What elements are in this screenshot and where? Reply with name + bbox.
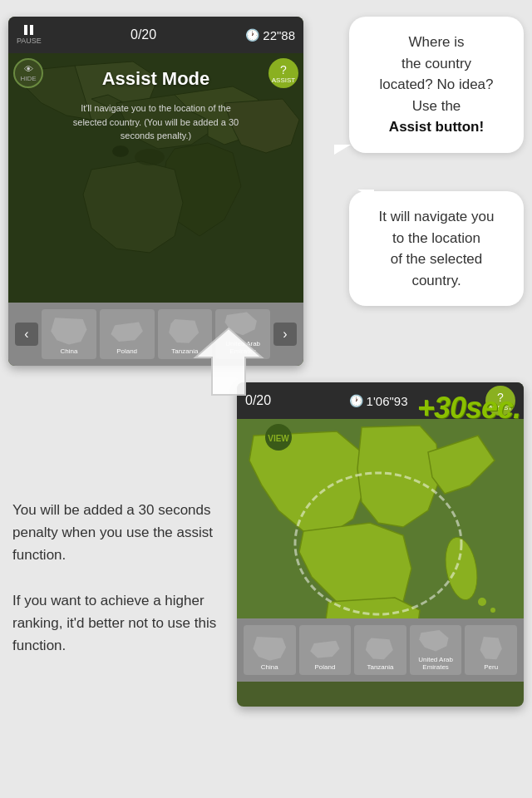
bubble1-line1: Where is (408, 34, 464, 50)
timer-value: 22"88 (263, 28, 295, 42)
bottom-map-area: VIEW (237, 419, 524, 618)
pause-button[interactable]: PAUSE (17, 25, 42, 45)
list-item[interactable]: United Arab Emirates (410, 625, 462, 675)
pause-label: PAUSE (17, 37, 42, 45)
list-item[interactable]: China (244, 625, 296, 675)
assist-mode-desc: It'll navigate you to the location of th… (65, 101, 248, 143)
description-paragraph-1: You will be added a 30 seconds penalty w… (12, 499, 233, 567)
country-name: Tanzania (367, 663, 393, 672)
top-map-area: 👁 HIDE ? ASSIST Assist Mode It'll naviga… (8, 53, 303, 303)
arrow-pointer (191, 324, 266, 399)
list-item[interactable]: Poland (100, 309, 155, 359)
pause-icon (24, 25, 33, 35)
description-paragraph-2: If you want to achieve a higher ranking,… (12, 589, 233, 658)
left-description: You will be added a 30 seconds penalty w… (12, 499, 233, 657)
assist-button[interactable]: ? ASSIST (268, 58, 298, 88)
next-arrow[interactable]: › (273, 323, 297, 346)
speech-bubble-1: Where is the country located? No idea? U… (349, 17, 524, 153)
top-timer: 🕐 22"88 (245, 28, 295, 42)
bubble1-strong: Assist button! (389, 119, 484, 135)
eye-icon: 👁 (24, 64, 33, 74)
country-name: China (60, 347, 77, 356)
bubble1-line2: the country (401, 56, 471, 71)
prev-arrow[interactable]: ‹ (15, 323, 38, 346)
country-name: Peru (484, 663, 498, 672)
bubble2-line2: to the location (392, 230, 480, 246)
list-item[interactable]: Tanzania (354, 625, 406, 675)
country-name: Poland (314, 663, 335, 672)
clock-icon-bottom: 🕐 (349, 394, 363, 407)
svg-marker-3 (195, 328, 262, 395)
bubble2-line4: country. (411, 273, 461, 288)
list-item[interactable]: China (42, 309, 96, 359)
bubble2-line1: It will navigate you (379, 209, 495, 224)
speech-bubble-2: It will navigate you to the location of … (349, 191, 524, 306)
svg-point-10 (295, 473, 461, 614)
list-item[interactable]: Peru (465, 625, 517, 675)
clock-icon: 🕐 (245, 28, 259, 42)
bubble1-line4: Use the (412, 98, 461, 114)
bubble1-line3: located? No idea? (379, 76, 493, 92)
country-cards-bottom: China Poland Tanzania United Arab Emirat… (244, 625, 517, 675)
bubble2-line3: of the selected (391, 251, 483, 267)
top-game-screen: PAUSE 0/20 🕐 22"88 (8, 17, 303, 366)
selection-circle (237, 419, 524, 618)
bottom-countries-bar: China Poland Tanzania United Arab Emirat… (237, 618, 524, 682)
penalty-badge: +30sec. (417, 391, 520, 426)
bottom-game-screen: 0/20 🕐 1'06"93 ? ASSIST (237, 382, 524, 707)
top-toolbar: PAUSE 0/20 🕐 22"88 (8, 17, 303, 53)
country-name: Poland (116, 347, 137, 356)
assist-icon: ? (280, 63, 287, 76)
assist-mode-title: Assist Mode (102, 68, 210, 90)
bottom-timer-value: 1'06"93 (367, 394, 408, 408)
top-score: 0/20 (131, 27, 156, 42)
hide-button[interactable]: 👁 HIDE (13, 58, 43, 88)
country-name: China (261, 663, 278, 672)
list-item[interactable]: Poland (299, 625, 352, 675)
assist-btn-label: ASSIST (272, 76, 295, 84)
assist-overlay: 👁 HIDE ? ASSIST Assist Mode It'll naviga… (8, 53, 303, 303)
country-name: United Arab Emirates (410, 656, 462, 672)
hide-label: HIDE (20, 75, 36, 82)
bottom-timer: 🕐 1'06"93 (349, 394, 408, 408)
